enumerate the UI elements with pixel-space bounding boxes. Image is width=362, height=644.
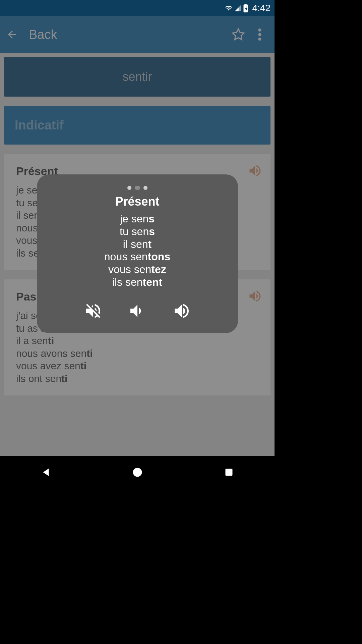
popup-title: Présent bbox=[45, 195, 230, 209]
conj-line: tu sens bbox=[45, 225, 230, 238]
nav-back-button[interactable] bbox=[38, 464, 54, 480]
dot-icon bbox=[143, 186, 147, 190]
battery-charging-icon bbox=[243, 4, 248, 12]
svg-rect-4 bbox=[225, 469, 232, 476]
volume-controls bbox=[45, 301, 230, 321]
mute-button[interactable] bbox=[83, 301, 103, 321]
conj-line: nous sentons bbox=[45, 251, 230, 263]
dot-icon bbox=[135, 186, 140, 190]
volume-high-button[interactable] bbox=[172, 301, 192, 321]
nav-recents-button[interactable] bbox=[221, 464, 237, 480]
status-time: 4:42 bbox=[252, 3, 271, 13]
conj-line: ils sentent bbox=[45, 276, 230, 289]
page-indicator bbox=[45, 186, 230, 190]
status-bar: 4:42 bbox=[0, 0, 275, 16]
dot-icon bbox=[127, 186, 131, 190]
cell-signal-icon bbox=[234, 4, 242, 12]
audio-popup: Présent je sens tu sens il sent nous sen… bbox=[37, 174, 238, 333]
wifi-icon bbox=[224, 4, 233, 12]
popup-conjugation-list: je sens tu sens il sent nous sentons vou… bbox=[45, 213, 230, 289]
conj-line: je sens bbox=[45, 213, 230, 225]
svg-point-3 bbox=[133, 468, 142, 477]
nav-home-button[interactable] bbox=[129, 464, 145, 480]
conj-line: il sent bbox=[45, 238, 230, 251]
volume-low-button[interactable] bbox=[127, 301, 147, 321]
conj-line: vous sentez bbox=[45, 263, 230, 276]
system-nav-bar bbox=[0, 456, 275, 488]
